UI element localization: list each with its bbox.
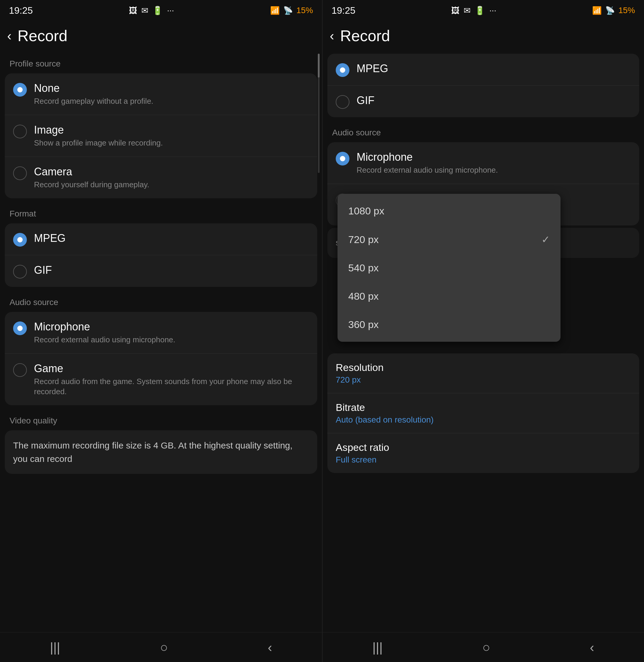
aspect-ratio-value: Full screen: [336, 455, 631, 464]
bottom-nav-left: ||| ○ ‹: [0, 632, 322, 662]
page-title-right: Record: [340, 27, 390, 45]
radio-mpeg-left[interactable]: [13, 233, 27, 247]
status-center-right: 🖼 ✉ 🔋 ···: [451, 6, 496, 16]
video-quality-card: The maximum recording file size is 4 GB.…: [5, 430, 317, 474]
page-header-right: ‹ Record: [323, 21, 644, 51]
battery-level-left: 15%: [296, 6, 313, 15]
gallery-icon: 🖼: [129, 6, 137, 16]
bitrate-label: Bitrate: [336, 402, 631, 413]
radio-image[interactable]: [13, 124, 27, 138]
dropdown-540[interactable]: 540 px: [338, 254, 560, 282]
resolution-row[interactable]: Resolution 720 px: [327, 353, 639, 393]
radio-none[interactable]: [13, 83, 27, 97]
page-header-left: ‹ Record: [0, 21, 322, 51]
camera-desc: Record yourself during gameplay.: [34, 180, 309, 190]
back-nav-button-right[interactable]: ‹: [578, 637, 606, 658]
format-card-right: MPEG GIF: [327, 54, 639, 117]
resolution-dropdown: 1080 px 720 px ✓ 540 px 480 px 360 px: [338, 194, 560, 342]
format-gif-row[interactable]: GIF: [5, 255, 317, 287]
check-icon-720: ✓: [542, 233, 550, 246]
profile-image-row[interactable]: Image Show a profile image while recordi…: [5, 115, 317, 157]
resolution-label: Resolution: [336, 362, 631, 373]
radio-game-left[interactable]: [13, 363, 27, 377]
menu-button-right[interactable]: |||: [361, 637, 394, 658]
page-title-left: Record: [18, 27, 68, 45]
signal-icon: 📡: [283, 6, 293, 15]
menu-button-left[interactable]: |||: [38, 637, 72, 658]
video-quality-text: The maximum recording file size is 4 GB.…: [13, 439, 309, 465]
radio-gif-right[interactable]: [336, 95, 349, 109]
back-button-left[interactable]: ‹: [7, 29, 12, 42]
image-desc: Show a profile image while recording.: [34, 138, 309, 148]
resolution-value: 720 px: [336, 375, 631, 385]
audio-mic-row[interactable]: Microphone Record external audio using m…: [5, 312, 317, 353]
scroll-content-right: MPEG GIF Audio source Microphone Record …: [323, 51, 644, 632]
dropdown-720[interactable]: 720 px ✓: [338, 225, 560, 254]
bitrate-row[interactable]: Bitrate Auto (based on resolution): [327, 393, 639, 433]
profile-source-label: Profile source: [0, 51, 322, 73]
settings-card: Resolution 720 px Bitrate Auto (based on…: [327, 353, 639, 473]
mpeg-title-right: MPEG: [356, 62, 631, 75]
dropdown-1080-label: 1080 px: [348, 205, 384, 217]
dropdown-480[interactable]: 480 px: [338, 282, 560, 311]
audio-mic-row-right[interactable]: Microphone Record external audio using m…: [327, 142, 639, 184]
bitrate-value: Auto (based on resolution): [336, 415, 631, 425]
radio-mic-left[interactable]: [13, 321, 27, 335]
gif-title-right: GIF: [356, 94, 631, 107]
mail-icon: ✉: [141, 6, 148, 16]
audio-source-label-right: Audio source: [323, 119, 644, 142]
image-title: Image: [34, 123, 309, 136]
dropdown-360-label: 360 px: [348, 319, 378, 330]
battery-level-right: 15%: [618, 6, 635, 15]
format-mpeg-row[interactable]: MPEG: [5, 223, 317, 255]
radio-mic-right[interactable]: [336, 152, 349, 165]
home-button-right[interactable]: ○: [470, 637, 502, 658]
bottom-nav-right: ||| ○ ‹: [323, 632, 644, 662]
wifi-icon: 📶: [270, 6, 280, 15]
home-button-left[interactable]: ○: [148, 637, 180, 658]
battery-icon-right: 🔋: [475, 6, 485, 16]
mpeg-title-left: MPEG: [34, 232, 309, 245]
radio-camera[interactable]: [13, 166, 27, 180]
game-title-left: Game: [34, 362, 309, 375]
video-quality-label: Video quality: [0, 408, 322, 430]
wifi-icon-right: 📶: [592, 6, 602, 15]
audio-source-label-left: Audio source: [0, 289, 322, 312]
format-mpeg-row-right[interactable]: MPEG: [327, 54, 639, 86]
time-right: 19:25: [331, 5, 355, 16]
radio-mpeg-right[interactable]: [336, 63, 349, 77]
dropdown-540-label: 540 px: [348, 262, 378, 274]
gif-title-left: GIF: [34, 264, 309, 276]
status-bar-left: 19:25 🖼 ✉ 🔋 ··· 📶 📡 15%: [0, 0, 322, 21]
battery-icon: 🔋: [152, 6, 163, 16]
profile-camera-row[interactable]: Camera Record yourself during gameplay.: [5, 157, 317, 198]
format-card-left: MPEG GIF: [5, 223, 317, 287]
format-label-left: Format: [0, 201, 322, 223]
status-center-left: 🖼 ✉ 🔋 ···: [129, 6, 174, 16]
format-gif-row-right[interactable]: GIF: [327, 86, 639, 117]
dropdown-720-label: 720 px: [348, 234, 378, 246]
status-bar-right: 19:25 🖼 ✉ 🔋 ··· 📶 📡 15%: [323, 0, 644, 21]
radio-gif-left[interactable]: [13, 265, 27, 278]
profile-source-card: None Record gameplay without a profile. …: [5, 73, 317, 198]
aspect-ratio-row[interactable]: Aspect ratio Full screen: [327, 433, 639, 473]
more-icon: ···: [167, 6, 174, 15]
game-desc-left: Record audio from the game. System sound…: [34, 376, 309, 397]
mic-desc-left: Record external audio using microphone.: [34, 335, 309, 345]
aspect-ratio-label: Aspect ratio: [336, 442, 631, 453]
scrollbar-thumb-left[interactable]: [318, 54, 320, 77]
mail-icon-right: ✉: [464, 6, 470, 16]
dropdown-1080[interactable]: 1080 px: [338, 197, 560, 225]
mic-desc-right: Record external audio using microphone.: [356, 165, 631, 175]
profile-none-row[interactable]: None Record gameplay without a profile.: [5, 73, 317, 115]
dropdown-360[interactable]: 360 px: [338, 311, 560, 339]
signal-icon-right: 📡: [605, 6, 615, 15]
back-nav-button-left[interactable]: ‹: [256, 637, 284, 658]
scroll-content-left: Profile source None Record gameplay with…: [0, 51, 322, 632]
status-icons-right: 📶 📡 15%: [592, 6, 635, 15]
audio-game-row[interactable]: Game Record audio from the game. System …: [5, 353, 317, 405]
back-button-right[interactable]: ‹: [330, 29, 334, 42]
dropdown-480-label: 480 px: [348, 291, 378, 302]
status-icons-left: 📶 📡 15%: [270, 6, 313, 15]
left-panel: 19:25 🖼 ✉ 🔋 ··· 📶 📡 15% ‹ Record Profile…: [0, 0, 322, 662]
